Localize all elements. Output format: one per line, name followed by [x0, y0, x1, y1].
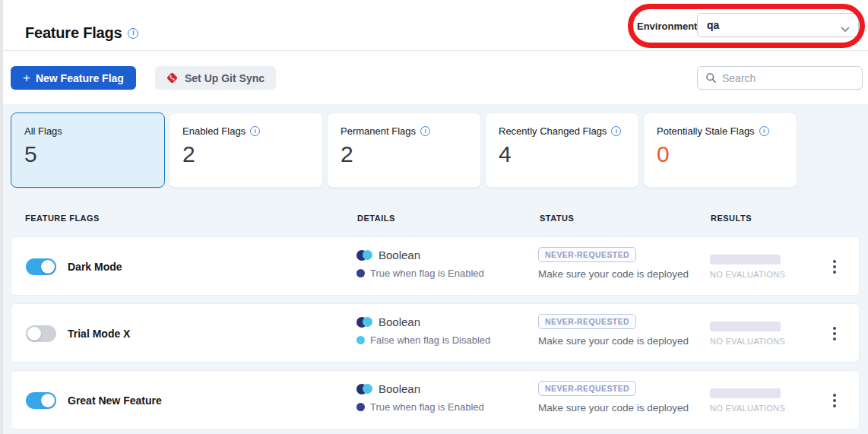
flag-results: NO EVALUATIONS: [710, 322, 785, 346]
stat-card-enabled-flags[interactable]: Enabled Flags i 2: [169, 112, 323, 188]
stat-cards: All Flags 5 Enabled Flags i 2 Permanent …: [11, 112, 797, 188]
stat-card-value: 2: [341, 141, 467, 166]
results-placeholder-bar: [710, 388, 781, 398]
column-header-status: STATUS: [540, 214, 574, 223]
flag-details: Boolean True when flag is Enabled: [356, 382, 484, 413]
flag-name-link[interactable]: Trial Mode X: [68, 328, 130, 340]
environment-label: Environment: [637, 21, 697, 32]
stat-card-label: All Flags: [24, 125, 151, 137]
table-row: Trial Mode X Boolean False when flag is …: [11, 303, 860, 363]
status-message: Make sure your code is deployed: [538, 402, 689, 413]
environment-select[interactable]: qa: [697, 13, 859, 37]
value-description: True when flag is Enabled: [356, 268, 484, 279]
value-description: True when flag is Enabled: [356, 401, 484, 413]
header-divider: [0, 50, 868, 51]
value-dot-icon: [356, 269, 365, 277]
chevron-down-icon: [841, 23, 850, 35]
results-placeholder-bar: [710, 322, 781, 331]
table-row: Great New Feature Boolean True when flag…: [11, 370, 860, 429]
status-badge: NEVER-REQUESTED: [538, 247, 636, 262]
boolean-venn-icon: [356, 250, 372, 261]
status-badge: NEVER-REQUESTED: [538, 381, 636, 396]
info-icon[interactable]: i: [611, 126, 621, 136]
toggle-knob: [41, 260, 55, 274]
value-description: False when flag is Disabled: [356, 334, 490, 346]
left-edge-strip: [0, 0, 3, 434]
stat-card-label: Enabled Flags i: [182, 125, 309, 137]
git-sync-label: Set Up Git Sync: [185, 72, 265, 84]
kebab-menu-icon[interactable]: [828, 324, 841, 344]
kebab-menu-icon[interactable]: [828, 391, 841, 410]
boolean-venn-icon: [356, 384, 372, 394]
search-box[interactable]: [697, 66, 863, 90]
info-icon[interactable]: i: [128, 28, 138, 39]
new-feature-flag-label: New Feature Flag: [36, 72, 124, 84]
stat-card-all-flags[interactable]: All Flags 5: [11, 112, 165, 188]
info-icon[interactable]: i: [759, 126, 769, 136]
stat-card-value: 5: [24, 141, 151, 166]
table-row: Dark Mode Boolean True when flag is Enab…: [11, 236, 860, 296]
stat-card-label: Permanent Flags i: [341, 125, 467, 137]
status-message: Make sure your code is deployed: [538, 268, 689, 280]
git-icon: [166, 72, 178, 84]
results-label: NO EVALUATIONS: [710, 270, 785, 279]
results-label: NO EVALUATIONS: [710, 337, 785, 346]
flag-name-link[interactable]: Great New Feature: [68, 394, 162, 407]
flag-toggle[interactable]: [26, 258, 56, 275]
results-placeholder-bar: [710, 255, 781, 265]
flag-toggle[interactable]: [26, 392, 56, 409]
status-message: Make sure your code is deployed: [538, 335, 689, 347]
flag-details: Boolean True when flag is Enabled: [356, 249, 484, 279]
plus-icon: +: [23, 71, 30, 84]
column-header-details: DETAILS: [357, 214, 395, 223]
kebab-menu-icon[interactable]: [828, 257, 841, 277]
stat-card-label: Recently Changed Flags i: [499, 125, 626, 137]
page-title: Feature Flags i: [25, 24, 138, 42]
flag-status: NEVER-REQUESTED Make sure your code is d…: [538, 381, 689, 413]
flag-results: NO EVALUATIONS: [710, 255, 785, 279]
stat-card-value: 2: [182, 141, 309, 166]
stat-card-label: Potentially Stale Flags i: [657, 125, 784, 137]
value-type: Boolean: [356, 382, 484, 395]
toggle-knob: [27, 327, 41, 341]
boolean-venn-icon: [356, 317, 372, 328]
flag-details: Boolean False when flag is Disabled: [356, 315, 490, 346]
search-icon: [705, 72, 717, 84]
feature-flags-page: Feature Flags i Environment qa + New Fea…: [0, 0, 868, 434]
flag-results: NO EVALUATIONS: [710, 388, 785, 413]
search-input[interactable]: [722, 72, 854, 84]
results-label: NO EVALUATIONS: [710, 404, 785, 413]
stat-card-value: 0: [657, 141, 784, 166]
environment-selected-value: qa: [707, 19, 719, 31]
flag-status: NEVER-REQUESTED Make sure your code is d…: [538, 314, 689, 347]
value-dot-icon: [356, 403, 365, 411]
set-up-git-sync-button[interactable]: Set Up Git Sync: [155, 66, 276, 90]
flag-toggle[interactable]: [26, 325, 56, 342]
stat-card-potentially-stale-flags[interactable]: Potentially Stale Flags i 0: [643, 112, 797, 188]
stat-card-permanent-flags[interactable]: Permanent Flags i 2: [327, 112, 481, 188]
value-type: Boolean: [356, 249, 484, 261]
column-header-feature-flags: FEATURE FLAGS: [25, 214, 100, 223]
value-dot-icon: [356, 336, 365, 344]
column-header-results: RESULTS: [711, 214, 752, 223]
stat-card-recently-changed-flags[interactable]: Recently Changed Flags i 4: [485, 112, 639, 188]
status-badge: NEVER-REQUESTED: [538, 314, 636, 329]
toggle-knob: [41, 394, 55, 407]
stat-card-value: 4: [499, 141, 626, 166]
page-title-text: Feature Flags: [25, 24, 122, 42]
info-icon[interactable]: i: [250, 126, 260, 136]
info-icon[interactable]: i: [420, 126, 430, 136]
flag-status: NEVER-REQUESTED Make sure your code is d…: [538, 247, 689, 280]
value-type: Boolean: [356, 315, 490, 328]
new-feature-flag-button[interactable]: + New Feature Flag: [11, 66, 136, 90]
flag-name-link[interactable]: Dark Mode: [68, 261, 122, 273]
